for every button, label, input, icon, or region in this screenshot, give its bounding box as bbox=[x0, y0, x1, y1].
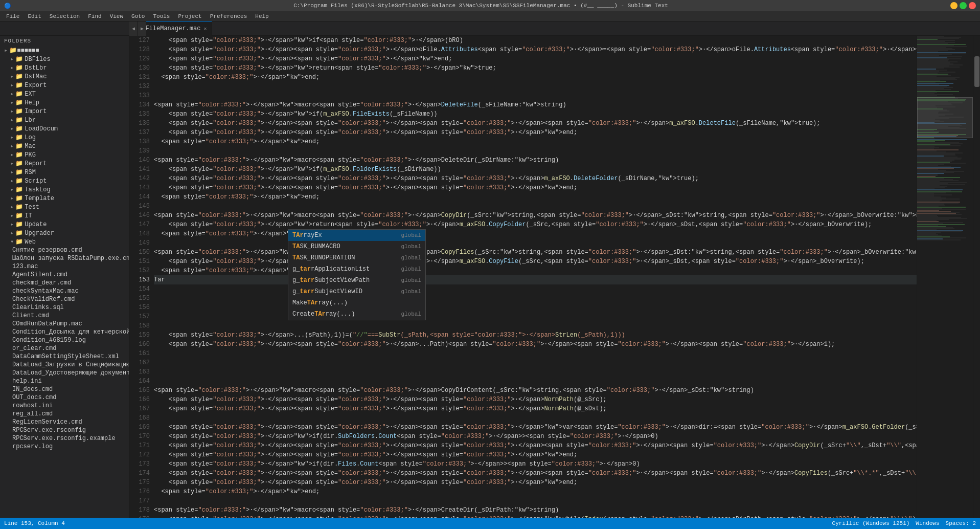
menu-item-help[interactable]: Help bbox=[251, 11, 272, 21]
sidebar-file-checkvalidrefcmd[interactable]: CheckValidRef.cmd bbox=[0, 295, 129, 303]
code-line[interactable]: <span style="color:#333;">·</span><span … bbox=[154, 128, 917, 137]
code-line[interactable] bbox=[154, 377, 917, 386]
code-line[interactable]: <span style="color:#333;">·</span>"kw">r… bbox=[154, 257, 917, 266]
status-encoding[interactable]: Cyrillic (Windows 1251) bbox=[832, 520, 910, 526]
code-line[interactable] bbox=[154, 146, 917, 156]
sidebar-file-indocscmd[interactable]: IN_docs.cmd bbox=[0, 385, 129, 393]
sidebar-folder-update[interactable]: ▸📁Update bbox=[0, 220, 129, 229]
sidebar-folder-loaddocum[interactable]: ▸📁LoadDocum bbox=[0, 124, 129, 133]
minimize-button[interactable] bbox=[950, 2, 958, 9]
sidebar-folder-template[interactable]: ▸📁Template bbox=[0, 194, 129, 203]
code-line[interactable]: <span style="color:#333;">·</span><span … bbox=[154, 54, 917, 63]
status-indentation[interactable]: Spaces: 2 bbox=[946, 520, 976, 526]
sidebar-folder-script[interactable]: ▸📁Script bbox=[0, 177, 129, 185]
code-line[interactable] bbox=[154, 202, 917, 211]
autocomplete-item-2[interactable]: TASK_RUNOPERATIONglobal bbox=[288, 252, 425, 263]
code-line[interactable]: <span style="color:#333;">·</span><span … bbox=[154, 423, 917, 432]
autocomplete-item-6[interactable]: MakeTArray(...) bbox=[288, 297, 425, 308]
code-line[interactable] bbox=[154, 303, 917, 312]
sidebar-file-clientcmd[interactable]: Client.cmd bbox=[0, 312, 129, 320]
code-line[interactable] bbox=[154, 91, 917, 100]
code-line[interactable]: <span style="color:#333;">·</span>"kw">i… bbox=[154, 109, 917, 119]
menu-item-edit[interactable]: Edit bbox=[24, 11, 45, 21]
code-line[interactable]: <span style="color:#333;">·</span>"kw">m… bbox=[154, 248, 917, 257]
sidebar-file-datacammsettingstylesheetxml[interactable]: DataCammSettingStyleSheet.xml bbox=[0, 352, 129, 361]
sidebar-file-checksyntaxmacmac[interactable]: checkSyntaxMac.mac bbox=[0, 287, 129, 295]
sidebar-file-regallcmd[interactable]: reg_all.cmd bbox=[0, 410, 129, 418]
window-controls[interactable] bbox=[950, 2, 976, 9]
code-line[interactable]: <span style="color:#333;">·</span><span … bbox=[154, 174, 917, 183]
code-line[interactable] bbox=[154, 82, 917, 91]
sidebar-folder-help[interactable]: ▸📁Help bbox=[0, 98, 129, 107]
code-line[interactable]: <span style="color:#333;">·</span>...(sP… bbox=[154, 330, 917, 340]
code-line[interactable] bbox=[154, 321, 917, 330]
autocomplete-item-0[interactable]: TArrayExglobal bbox=[288, 230, 425, 241]
code-line[interactable]: <span style="color:#333;">·</span>"kw">e… bbox=[154, 192, 917, 202]
tab-close-icon[interactable]: ✕ bbox=[203, 26, 207, 32]
sidebar-folder-log[interactable]: ▸📁Log bbox=[0, 133, 129, 142]
code-line[interactable] bbox=[154, 238, 917, 248]
sidebar-folder-export[interactable]: ▸📁Export bbox=[0, 81, 129, 90]
sidebar-folder-[interactable]: ▸📁 ■■■■■■ bbox=[0, 46, 129, 55]
menu-item-project[interactable]: Project bbox=[174, 11, 206, 21]
sidebar-file-orclearcmd[interactable]: or_clear.cmd bbox=[0, 344, 129, 352]
code-line[interactable]: Tar bbox=[154, 275, 917, 284]
code-line[interactable]: <span style="color:#333;">·</span><span … bbox=[154, 340, 917, 349]
sidebar-folder-it[interactable]: ▸📁IT bbox=[0, 211, 129, 220]
code-line[interactable] bbox=[154, 367, 917, 377]
code-line[interactable]: <span style="color:#333;">·</span><span … bbox=[154, 478, 917, 487]
code-line[interactable] bbox=[154, 358, 917, 367]
menu-item-view[interactable]: View bbox=[106, 11, 127, 21]
autocomplete-item-4[interactable]: g_tarrSubjectViewPathglobal bbox=[288, 275, 425, 286]
sidebar-file-agentsilentcmd[interactable]: AgentSilent.cmd bbox=[0, 271, 129, 279]
code-line[interactable]: <span style="color:#333;">·</span>"kw">r… bbox=[154, 220, 917, 229]
code-line[interactable]: <span style="color:#333;">·</span><span … bbox=[154, 404, 917, 413]
sidebar-folder-upgrader[interactable]: ▸📁Upgrader bbox=[0, 229, 129, 237]
code-line[interactable]: <span style="color:#333;">·</span><span … bbox=[154, 441, 917, 450]
sidebar-folder-mac[interactable]: ▸📁Mac bbox=[0, 142, 129, 150]
sidebar-file-outdocscmd[interactable]: OUT_docs.cmd bbox=[0, 393, 129, 402]
menu-item-tools[interactable]: Tools bbox=[149, 11, 174, 21]
code-line[interactable]: <span style="color:#333;">·</span>"kw">m… bbox=[154, 505, 917, 515]
menu-item-find[interactable]: Find bbox=[84, 11, 105, 21]
sidebar-folder-ext[interactable]: ▸📁EXT bbox=[0, 90, 129, 98]
code-line[interactable]: <span style="color:#333;">·</span>"kw">e… bbox=[154, 487, 917, 496]
code-line[interactable]: <span style="color:#333;">·</span>"kw">i… bbox=[154, 459, 917, 469]
code-line[interactable]: <span style="color:#333;">·</span><span … bbox=[154, 515, 917, 518]
code-line[interactable] bbox=[154, 294, 917, 303]
status-line-ending[interactable]: Windows bbox=[916, 520, 939, 526]
sidebar-file-checkmddearcmd[interactable]: checkmd_dear.cmd bbox=[0, 279, 129, 287]
editor-area[interactable]: 1271281291301311321331341351361371381391… bbox=[129, 36, 980, 518]
code-line[interactable]: <span style="color:#333;">·</span>"kw">e… bbox=[154, 137, 917, 146]
code-line[interactable] bbox=[154, 349, 917, 358]
code-line[interactable]: <span style="color:#333;">·</span>"kw">i… bbox=[154, 432, 917, 441]
code-line[interactable]: <span style="color:#333;">·</span><span … bbox=[154, 45, 917, 54]
sidebar-folder-tasklog[interactable]: ▸📁TaskLog bbox=[0, 185, 129, 194]
status-position[interactable]: Line 153, Column 4 bbox=[4, 520, 65, 526]
autocomplete-item-1[interactable]: TASK_RUNMACROglobal bbox=[288, 241, 425, 252]
sidebar-folder-web[interactable]: ▾📁Web bbox=[0, 237, 129, 246]
sidebar-file-condition[interactable]: Condition_Досылка для кетчерской цены бо… bbox=[0, 328, 129, 336]
code-line[interactable]: <span style="color:#333;">·</span>"kw">m… bbox=[154, 156, 917, 165]
sidebar-folder-pkg[interactable]: ▸📁PKG bbox=[0, 150, 129, 159]
code-line[interactable] bbox=[154, 312, 917, 321]
menu-item-selection[interactable]: Selection bbox=[45, 11, 84, 21]
menu-item-file[interactable]: File bbox=[2, 11, 24, 21]
sidebar-folder-lbr[interactable]: ▸📁Lbr bbox=[0, 116, 129, 124]
editor-scrollbar[interactable] bbox=[973, 36, 980, 518]
nav-forward-button[interactable]: ▶ bbox=[138, 21, 146, 36]
sidebar-file-123mac[interactable]: 123.mac bbox=[0, 262, 129, 271]
code-line[interactable]: <span style="color:#333;">·</span><span … bbox=[154, 450, 917, 459]
sidebar-file-condition68159log[interactable]: Condition_#68159.log bbox=[0, 336, 129, 344]
code-line[interactable]: <span style="color:#333;">·</span><span … bbox=[154, 119, 917, 128]
sidebar-file-rpcservexersconfig[interactable]: RPCServ.exe.rsconfig bbox=[0, 426, 129, 434]
menu-item-goto[interactable]: Goto bbox=[127, 11, 149, 21]
code-line[interactable]: <span style="color:#333;">·</span>"kw">e… bbox=[154, 229, 917, 238]
sidebar-folder-report[interactable]: ▸📁Report bbox=[0, 159, 129, 168]
nav-back-button[interactable]: ◀ bbox=[129, 21, 138, 36]
sidebar-folder-dstmac[interactable]: ▸📁DstMac bbox=[0, 72, 129, 81]
sidebar-folder-dbfiles[interactable]: ▸📁DBFiles bbox=[0, 55, 129, 63]
code-line[interactable]: <span style="color:#333;">·</span>"kw">m… bbox=[154, 386, 917, 395]
editor-main[interactable]: 1271281291301311321331341351361371381391… bbox=[129, 36, 917, 518]
code-content[interactable]: <span style="color:#333;">·</span>"kw">i… bbox=[154, 36, 917, 518]
